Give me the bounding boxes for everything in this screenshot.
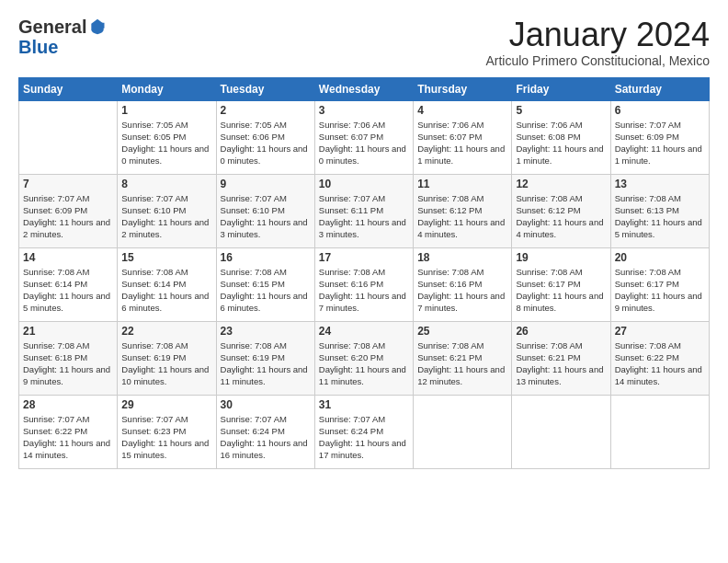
day-info: Sunrise: 7:08 AMSunset: 6:21 PMDaylight:… <box>417 339 507 388</box>
day-info: Sunrise: 7:07 AMSunset: 6:10 PMDaylight:… <box>221 192 311 241</box>
day-number: 13 <box>615 178 705 190</box>
day-info: Sunrise: 7:08 AMSunset: 6:14 PMDaylight:… <box>23 266 113 315</box>
day-number: 21 <box>23 325 113 338</box>
day-info: Sunrise: 7:08 AMSunset: 6:17 PMDaylight:… <box>615 266 705 315</box>
day-number: 4 <box>417 104 507 117</box>
day-info: Sunrise: 7:08 AMSunset: 6:22 PMDaylight:… <box>615 339 705 388</box>
day-info: Sunrise: 7:08 AMSunset: 6:15 PMDaylight:… <box>221 266 311 315</box>
calendar-cell: 2Sunrise: 7:05 AMSunset: 6:06 PMDaylight… <box>216 100 314 174</box>
day-number: 31 <box>319 398 409 411</box>
day-info: Sunrise: 7:08 AMSunset: 6:17 PMDaylight:… <box>516 266 606 315</box>
day-info: Sunrise: 7:07 AMSunset: 6:23 PMDaylight:… <box>121 413 211 462</box>
day-number: 9 <box>221 178 311 190</box>
calendar-cell: 10Sunrise: 7:07 AMSunset: 6:11 PMDayligh… <box>314 174 413 247</box>
logo-general-text: General <box>18 17 86 37</box>
day-number: 23 <box>221 325 311 338</box>
calendar-cell: 30Sunrise: 7:07 AMSunset: 6:24 PMDayligh… <box>216 395 314 468</box>
calendar-cell: 25Sunrise: 7:08 AMSunset: 6:21 PMDayligh… <box>414 321 512 395</box>
day-number: 26 <box>516 325 606 338</box>
logo-icon <box>88 17 107 36</box>
calendar-cell: 3Sunrise: 7:06 AMSunset: 6:07 PMDaylight… <box>314 100 413 174</box>
day-number: 28 <box>23 398 113 411</box>
day-info: Sunrise: 7:08 AMSunset: 6:16 PMDaylight:… <box>319 266 409 315</box>
day-number: 17 <box>319 251 409 264</box>
subtitle: Articulo Primero Constitucional, Mexico <box>485 53 710 68</box>
day-number: 5 <box>516 104 606 117</box>
day-info: Sunrise: 7:08 AMSunset: 6:14 PMDaylight:… <box>121 266 211 315</box>
day-of-week-header: Tuesday <box>216 77 314 100</box>
header: General Blue January 2024 Articulo Prime… <box>18 17 710 68</box>
calendar-cell: 29Sunrise: 7:07 AMSunset: 6:23 PMDayligh… <box>118 395 216 468</box>
calendar-cell: 24Sunrise: 7:08 AMSunset: 6:20 PMDayligh… <box>314 321 413 395</box>
day-number: 27 <box>615 325 705 338</box>
day-number: 20 <box>615 251 705 264</box>
day-info: Sunrise: 7:07 AMSunset: 6:10 PMDaylight:… <box>121 192 211 241</box>
day-of-week-header: Sunday <box>19 77 118 100</box>
calendar-cell: 26Sunrise: 7:08 AMSunset: 6:21 PMDayligh… <box>512 321 610 395</box>
day-number: 6 <box>615 104 705 117</box>
day-number: 8 <box>121 178 211 190</box>
calendar-cell: 4Sunrise: 7:06 AMSunset: 6:07 PMDaylight… <box>414 100 512 174</box>
calendar-cell: 18Sunrise: 7:08 AMSunset: 6:16 PMDayligh… <box>414 247 512 321</box>
day-number: 14 <box>23 251 113 264</box>
calendar-cell: 9Sunrise: 7:07 AMSunset: 6:10 PMDaylight… <box>216 174 314 247</box>
calendar-cell: 8Sunrise: 7:07 AMSunset: 6:10 PMDaylight… <box>118 174 216 247</box>
day-info: Sunrise: 7:07 AMSunset: 6:09 PMDaylight:… <box>23 192 113 241</box>
day-of-week-header: Monday <box>118 77 216 100</box>
calendar-cell: 1Sunrise: 7:05 AMSunset: 6:05 PMDaylight… <box>118 100 216 174</box>
calendar-cell: 16Sunrise: 7:08 AMSunset: 6:15 PMDayligh… <box>216 247 314 321</box>
calendar-header-row: SundayMondayTuesdayWednesdayThursdayFrid… <box>19 77 710 100</box>
day-number: 11 <box>417 178 507 190</box>
day-info: Sunrise: 7:07 AMSunset: 6:22 PMDaylight:… <box>23 413 113 462</box>
day-number: 25 <box>417 325 507 338</box>
day-number: 15 <box>121 251 211 264</box>
day-info: Sunrise: 7:07 AMSunset: 6:09 PMDaylight:… <box>615 119 705 167</box>
day-info: Sunrise: 7:08 AMSunset: 6:19 PMDaylight:… <box>121 339 211 388</box>
calendar-cell: 27Sunrise: 7:08 AMSunset: 6:22 PMDayligh… <box>610 321 709 395</box>
calendar-cell: 11Sunrise: 7:08 AMSunset: 6:12 PMDayligh… <box>414 174 512 247</box>
calendar-cell: 21Sunrise: 7:08 AMSunset: 6:18 PMDayligh… <box>19 321 118 395</box>
calendar-table: SundayMondayTuesdayWednesdayThursdayFrid… <box>18 77 710 469</box>
day-of-week-header: Thursday <box>414 77 512 100</box>
calendar-cell: 23Sunrise: 7:08 AMSunset: 6:19 PMDayligh… <box>216 321 314 395</box>
calendar-week-row: 7Sunrise: 7:07 AMSunset: 6:09 PMDaylight… <box>19 174 710 247</box>
calendar-cell: 6Sunrise: 7:07 AMSunset: 6:09 PMDaylight… <box>610 100 709 174</box>
calendar-cell: 5Sunrise: 7:06 AMSunset: 6:08 PMDaylight… <box>512 100 610 174</box>
day-number: 24 <box>319 325 409 338</box>
logo-blue-text: Blue <box>18 37 58 57</box>
calendar-cell: 20Sunrise: 7:08 AMSunset: 6:17 PMDayligh… <box>610 247 709 321</box>
day-info: Sunrise: 7:07 AMSunset: 6:24 PMDaylight:… <box>319 413 409 462</box>
day-number: 16 <box>221 251 311 264</box>
calendar-cell <box>512 395 610 468</box>
calendar-cell: 15Sunrise: 7:08 AMSunset: 6:14 PMDayligh… <box>118 247 216 321</box>
logo: General Blue <box>18 17 107 57</box>
calendar-cell <box>19 100 118 174</box>
day-info: Sunrise: 7:07 AMSunset: 6:11 PMDaylight:… <box>319 192 409 241</box>
day-number: 19 <box>516 251 606 264</box>
day-info: Sunrise: 7:06 AMSunset: 6:07 PMDaylight:… <box>417 119 507 167</box>
day-number: 7 <box>23 178 113 190</box>
day-info: Sunrise: 7:05 AMSunset: 6:05 PMDaylight:… <box>121 119 211 167</box>
calendar-cell: 7Sunrise: 7:07 AMSunset: 6:09 PMDaylight… <box>19 174 118 247</box>
day-info: Sunrise: 7:06 AMSunset: 6:07 PMDaylight:… <box>319 119 409 167</box>
day-info: Sunrise: 7:08 AMSunset: 6:20 PMDaylight:… <box>319 339 409 388</box>
calendar-cell: 22Sunrise: 7:08 AMSunset: 6:19 PMDayligh… <box>118 321 216 395</box>
calendar-cell <box>610 395 709 468</box>
calendar-cell: 28Sunrise: 7:07 AMSunset: 6:22 PMDayligh… <box>19 395 118 468</box>
day-number: 3 <box>319 104 409 117</box>
calendar-cell: 17Sunrise: 7:08 AMSunset: 6:16 PMDayligh… <box>314 247 413 321</box>
day-number: 12 <box>516 178 606 190</box>
day-info: Sunrise: 7:08 AMSunset: 6:18 PMDaylight:… <box>23 339 113 388</box>
day-number: 2 <box>221 104 311 117</box>
day-number: 29 <box>121 398 211 411</box>
day-info: Sunrise: 7:08 AMSunset: 6:12 PMDaylight:… <box>516 192 606 241</box>
day-number: 1 <box>121 104 211 117</box>
day-of-week-header: Saturday <box>610 77 709 100</box>
day-number: 18 <box>417 251 507 264</box>
day-info: Sunrise: 7:05 AMSunset: 6:06 PMDaylight:… <box>221 119 311 167</box>
day-of-week-header: Wednesday <box>314 77 413 100</box>
calendar-cell: 19Sunrise: 7:08 AMSunset: 6:17 PMDayligh… <box>512 247 610 321</box>
day-info: Sunrise: 7:06 AMSunset: 6:08 PMDaylight:… <box>516 119 606 167</box>
day-info: Sunrise: 7:08 AMSunset: 6:19 PMDaylight:… <box>221 339 311 388</box>
calendar-week-row: 1Sunrise: 7:05 AMSunset: 6:05 PMDaylight… <box>19 100 710 174</box>
